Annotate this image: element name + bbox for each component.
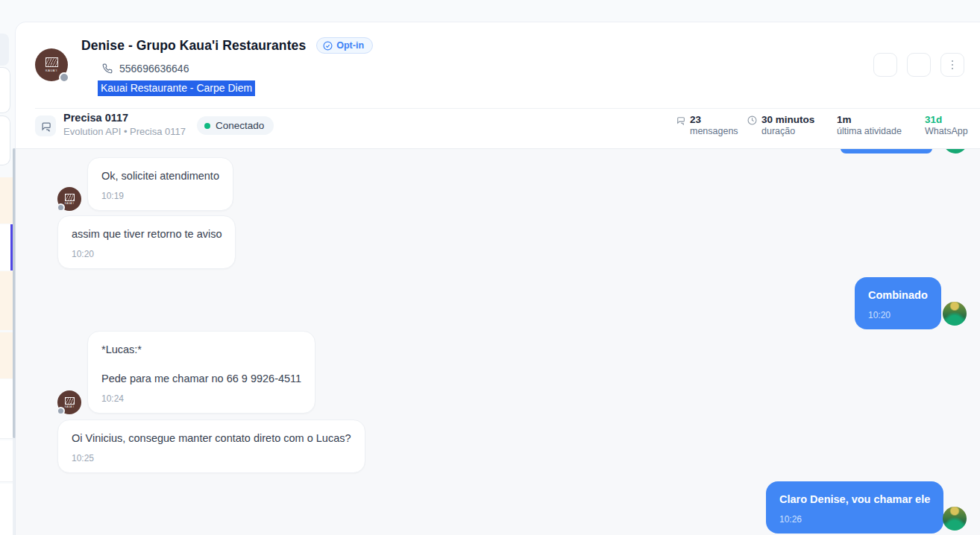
- clock-icon: [747, 115, 757, 125]
- connection-name[interactable]: Precisa 0117: [63, 112, 128, 124]
- contact-avatar: KAUA'I: [57, 390, 81, 414]
- message-text: *Lucas:* Pede para me chamar no 66 9 992…: [101, 343, 301, 387]
- message-time: 10:19: [101, 191, 219, 201]
- message-text: Claro Denise, vou chamar ele: [779, 493, 930, 507]
- message-time: 10:25: [72, 453, 351, 463]
- avatar-label: KAUA'I: [45, 69, 57, 72]
- connection-status-badge: Conectado: [197, 116, 274, 135]
- optin-badge[interactable]: Opt-in: [316, 37, 373, 54]
- connection-status-label: Conectado: [216, 120, 264, 131]
- kebab-menu-icon: [952, 60, 954, 70]
- more-options-button[interactable]: [940, 53, 964, 77]
- list-item[interactable]: [0, 379, 13, 439]
- contact-name: Denise - Grupo Kaua'i Restaurantes: [81, 38, 306, 54]
- list-item-unread[interactable]: [0, 332, 13, 379]
- message-bubble-incoming[interactable]: Oi Vinicius, consegue manter contato dir…: [57, 420, 365, 473]
- stat-label: última atividade: [837, 126, 902, 137]
- list-item[interactable]: [0, 484, 13, 535]
- message-time: 10:20: [72, 249, 222, 259]
- kauai-logo-icon: [65, 397, 75, 405]
- header-action-button-1[interactable]: [873, 53, 897, 77]
- chat-bubbles-icon: [40, 121, 51, 132]
- optin-label: Opt-in: [336, 40, 364, 51]
- list-item-unread[interactable]: [0, 177, 13, 224]
- message-text: assim que tiver retorno te aviso: [72, 227, 222, 242]
- message-bubble-incoming[interactable]: *Lucas:* Pede para me chamar no 66 9 992…: [87, 331, 315, 414]
- message-bubble-incoming[interactable]: assim que tiver retorno te aviso 10:20: [57, 215, 236, 269]
- list-item[interactable]: [0, 440, 13, 482]
- status-dot: [57, 203, 65, 212]
- stat-value: 1m: [837, 114, 902, 125]
- message-bubble-partial: [841, 149, 932, 153]
- connected-dot-icon: [204, 123, 210, 129]
- list-item[interactable]: [0, 115, 10, 165]
- message-text: Ok, solicitei atendimento: [101, 169, 219, 184]
- chat-bubbles-icon: [676, 115, 685, 125]
- message-bubble-outgoing[interactable]: Combinado 10:20: [855, 277, 941, 329]
- stat-messages: 23 mensagens: [676, 114, 738, 137]
- stat-last-activity: 1m última atividade: [837, 114, 902, 137]
- stat-duration: 30 minutos duração: [747, 114, 814, 137]
- kauai-logo-icon: [65, 194, 75, 201]
- chat-panel: KAUA'I Denise - Grupo Kaua'i Restaurante…: [16, 22, 980, 535]
- message-text: Oi Vinicius, consegue manter contato dir…: [72, 431, 351, 446]
- phone-row: 556696636646: [102, 63, 189, 75]
- kauai-logo-icon: [45, 57, 58, 67]
- stat-label: duração: [761, 126, 814, 137]
- header-action-button-2[interactable]: [907, 53, 931, 77]
- stat-value: 31d: [925, 114, 968, 125]
- title-row: Denise - Grupo Kaua'i Restaurantes Opt-i…: [81, 37, 373, 54]
- list-item-unread[interactable]: [0, 271, 13, 330]
- connection-subtitle: Evolution API • Precisa 0117: [63, 126, 186, 137]
- company-name-selected[interactable]: Kauai Restaurante - Carpe Diem: [98, 80, 255, 96]
- contact-avatar[interactable]: KAUA'I: [35, 48, 68, 81]
- contact-phone[interactable]: 556696636646: [119, 63, 189, 75]
- circle-check-icon: [323, 41, 333, 51]
- message-bubble-incoming[interactable]: Ok, solicitei atendimento 10:19: [87, 157, 233, 211]
- agent-avatar: [943, 149, 967, 153]
- header-actions: [873, 53, 964, 77]
- agent-avatar: [943, 507, 967, 531]
- message-time: 10:24: [101, 393, 301, 404]
- list-item-selected[interactable]: [0, 224, 13, 270]
- agent-avatar: [943, 302, 967, 326]
- list-item[interactable]: [0, 34, 9, 66]
- conversation-list-edge: [0, 0, 13, 535]
- stat-value: 30 minutos: [761, 114, 814, 125]
- message-time: 10:20: [868, 310, 928, 320]
- channel-icon-box: [35, 115, 56, 136]
- status-dot: [59, 72, 69, 83]
- divider: [35, 108, 980, 109]
- message-history[interactable]: Ok, solicitei atendimento 10:19 KAUA'I a…: [16, 149, 980, 535]
- contact-avatar: KAUA'I: [57, 187, 81, 211]
- message-time: 10:26: [779, 514, 930, 525]
- stat-whatsapp-age: 31d WhatsApp: [925, 114, 968, 137]
- message-text: Combinado: [868, 288, 928, 303]
- stat-label: WhatsApp: [925, 126, 968, 137]
- stat-label: mensagens: [690, 126, 738, 137]
- list-item[interactable]: [0, 67, 10, 113]
- message-bubble-outgoing[interactable]: Claro Denise, vou chamar ele 10:26: [766, 481, 943, 534]
- phone-icon: [102, 63, 113, 74]
- stat-value: 23: [690, 114, 738, 125]
- status-dot: [57, 407, 65, 415]
